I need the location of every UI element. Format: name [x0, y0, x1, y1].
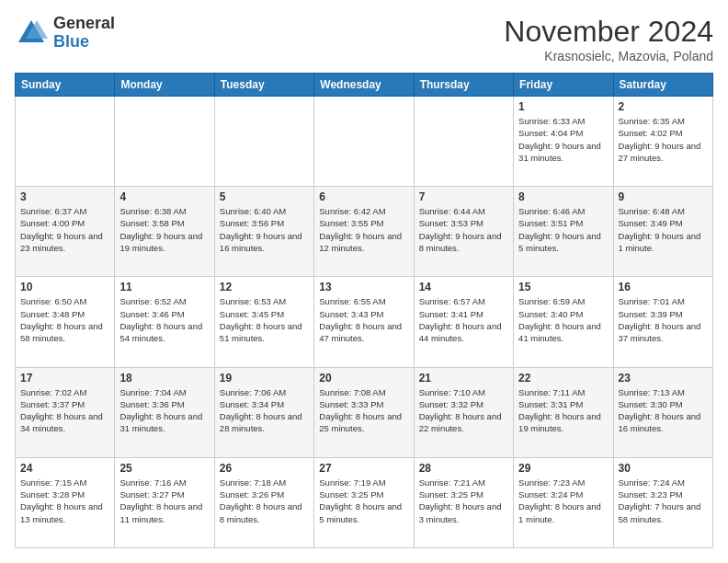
calendar-cell: 1Sunrise: 6:33 AM Sunset: 4:04 PM Daylig… — [514, 97, 613, 187]
calendar-cell: 18Sunrise: 7:04 AM Sunset: 3:36 PM Dayli… — [115, 367, 214, 457]
calendar-cell: 11Sunrise: 6:52 AM Sunset: 3:46 PM Dayli… — [115, 277, 214, 367]
col-friday: Friday — [514, 74, 613, 97]
calendar-cell: 19Sunrise: 7:06 AM Sunset: 3:34 PM Dayli… — [214, 367, 313, 457]
day-number: 25 — [119, 462, 209, 475]
day-number: 16 — [619, 281, 708, 293]
day-info: Sunrise: 7:19 AM Sunset: 3:25 PM Dayligh… — [319, 477, 408, 525]
calendar-table: Sunday Monday Tuesday Wednesday Thursday… — [15, 73, 713, 548]
day-info: Sunrise: 7:23 AM Sunset: 3:24 PM Dayligh… — [518, 477, 608, 525]
calendar-cell: 15Sunrise: 6:59 AM Sunset: 3:40 PM Dayli… — [514, 277, 613, 367]
logo-icon — [15, 17, 48, 50]
day-number: 12 — [220, 281, 309, 293]
day-number: 10 — [20, 281, 109, 293]
day-info: Sunrise: 7:18 AM Sunset: 3:26 PM Dayligh… — [220, 477, 309, 525]
calendar-cell: 26Sunrise: 7:18 AM Sunset: 3:26 PM Dayli… — [214, 457, 313, 547]
day-info: Sunrise: 7:08 AM Sunset: 3:33 PM Dayligh… — [319, 386, 408, 435]
day-number: 22 — [518, 372, 608, 385]
day-info: Sunrise: 6:33 AM Sunset: 4:04 PM Dayligh… — [518, 115, 608, 164]
calendar-cell: 6Sunrise: 6:42 AM Sunset: 3:55 PM Daylig… — [314, 187, 414, 277]
calendar-cell — [16, 97, 115, 187]
day-number: 13 — [319, 281, 408, 293]
day-number: 18 — [119, 372, 209, 385]
calendar-cell: 20Sunrise: 7:08 AM Sunset: 3:33 PM Dayli… — [314, 367, 414, 457]
calendar-cell: 14Sunrise: 6:57 AM Sunset: 3:41 PM Dayli… — [414, 277, 513, 367]
calendar-cell: 3Sunrise: 6:37 AM Sunset: 4:00 PM Daylig… — [16, 187, 115, 277]
header-row: Sunday Monday Tuesday Wednesday Thursday… — [16, 74, 713, 97]
calendar-cell: 7Sunrise: 6:44 AM Sunset: 3:53 PM Daylig… — [414, 187, 513, 277]
day-info: Sunrise: 7:02 AM Sunset: 3:37 PM Dayligh… — [20, 386, 109, 435]
week-row-3: 17Sunrise: 7:02 AM Sunset: 3:37 PM Dayli… — [16, 367, 713, 457]
calendar-cell: 13Sunrise: 6:55 AM Sunset: 3:43 PM Dayli… — [314, 277, 414, 367]
logo: General Blue — [15, 15, 115, 52]
day-info: Sunrise: 6:44 AM Sunset: 3:53 PM Dayligh… — [419, 205, 508, 254]
header: General Blue November 2024 Krasnosielc, … — [15, 15, 713, 63]
col-monday: Monday — [115, 74, 214, 97]
day-info: Sunrise: 6:55 AM Sunset: 3:43 PM Dayligh… — [319, 295, 408, 344]
col-wednesday: Wednesday — [314, 74, 414, 97]
day-info: Sunrise: 6:40 AM Sunset: 3:56 PM Dayligh… — [220, 205, 309, 254]
day-number: 2 — [619, 100, 708, 113]
day-info: Sunrise: 6:53 AM Sunset: 3:45 PM Dayligh… — [220, 295, 309, 344]
day-info: Sunrise: 6:59 AM Sunset: 3:40 PM Dayligh… — [518, 295, 608, 344]
week-row-1: 3Sunrise: 6:37 AM Sunset: 4:00 PM Daylig… — [16, 187, 713, 277]
day-info: Sunrise: 6:52 AM Sunset: 3:46 PM Dayligh… — [119, 295, 209, 344]
day-info: Sunrise: 6:57 AM Sunset: 3:41 PM Dayligh… — [419, 295, 508, 344]
day-number: 6 — [319, 190, 408, 203]
calendar-cell: 10Sunrise: 6:50 AM Sunset: 3:48 PM Dayli… — [16, 277, 115, 367]
month-title: November 2024 — [504, 15, 713, 49]
location-subtitle: Krasnosielc, Mazovia, Poland — [504, 49, 713, 63]
col-tuesday: Tuesday — [214, 74, 313, 97]
calendar-cell: 5Sunrise: 6:40 AM Sunset: 3:56 PM Daylig… — [214, 187, 313, 277]
day-number: 21 — [419, 372, 508, 385]
day-info: Sunrise: 6:48 AM Sunset: 3:49 PM Dayligh… — [619, 205, 708, 254]
day-number: 28 — [419, 462, 508, 475]
day-info: Sunrise: 7:11 AM Sunset: 3:31 PM Dayligh… — [518, 386, 608, 435]
calendar-cell: 25Sunrise: 7:16 AM Sunset: 3:27 PM Dayli… — [115, 457, 214, 547]
calendar-cell: 4Sunrise: 6:38 AM Sunset: 3:58 PM Daylig… — [115, 187, 214, 277]
day-number: 19 — [220, 372, 309, 385]
day-number: 30 — [619, 462, 708, 475]
title-block: November 2024 Krasnosielc, Mazovia, Pola… — [504, 15, 713, 63]
col-saturday: Saturday — [613, 74, 712, 97]
calendar-cell — [115, 97, 214, 187]
day-info: Sunrise: 6:37 AM Sunset: 4:00 PM Dayligh… — [20, 205, 109, 254]
day-info: Sunrise: 7:10 AM Sunset: 3:32 PM Dayligh… — [419, 386, 508, 435]
calendar-body: 1Sunrise: 6:33 AM Sunset: 4:04 PM Daylig… — [16, 97, 713, 548]
calendar-cell: 21Sunrise: 7:10 AM Sunset: 3:32 PM Dayli… — [414, 367, 513, 457]
day-number: 3 — [20, 190, 109, 203]
calendar-cell: 27Sunrise: 7:19 AM Sunset: 3:25 PM Dayli… — [314, 457, 414, 547]
day-number: 20 — [319, 372, 408, 385]
day-info: Sunrise: 7:21 AM Sunset: 3:25 PM Dayligh… — [419, 477, 508, 525]
calendar-cell: 2Sunrise: 6:35 AM Sunset: 4:02 PM Daylig… — [613, 97, 712, 187]
calendar-cell: 29Sunrise: 7:23 AM Sunset: 3:24 PM Dayli… — [514, 457, 613, 547]
day-info: Sunrise: 7:16 AM Sunset: 3:27 PM Dayligh… — [119, 477, 209, 525]
day-info: Sunrise: 7:24 AM Sunset: 3:23 PM Dayligh… — [619, 477, 708, 525]
day-info: Sunrise: 7:15 AM Sunset: 3:28 PM Dayligh… — [20, 477, 109, 525]
day-number: 11 — [119, 281, 209, 293]
day-info: Sunrise: 6:35 AM Sunset: 4:02 PM Dayligh… — [619, 115, 708, 164]
logo-general: General — [53, 15, 115, 33]
day-number: 26 — [220, 462, 309, 475]
calendar-cell: 24Sunrise: 7:15 AM Sunset: 3:28 PM Dayli… — [16, 457, 115, 547]
day-number: 29 — [518, 462, 608, 475]
day-number: 24 — [20, 462, 109, 475]
day-number: 23 — [619, 372, 708, 385]
calendar-cell: 30Sunrise: 7:24 AM Sunset: 3:23 PM Dayli… — [613, 457, 712, 547]
calendar-header: Sunday Monday Tuesday Wednesday Thursday… — [16, 74, 713, 97]
calendar-cell: 23Sunrise: 7:13 AM Sunset: 3:30 PM Dayli… — [613, 367, 712, 457]
day-number: 7 — [419, 190, 508, 203]
day-number: 8 — [518, 190, 608, 203]
week-row-4: 24Sunrise: 7:15 AM Sunset: 3:28 PM Dayli… — [16, 457, 713, 547]
calendar-cell — [214, 97, 313, 187]
day-number: 14 — [419, 281, 508, 293]
col-sunday: Sunday — [16, 74, 115, 97]
day-info: Sunrise: 6:46 AM Sunset: 3:51 PM Dayligh… — [518, 205, 608, 254]
day-info: Sunrise: 7:13 AM Sunset: 3:30 PM Dayligh… — [619, 386, 708, 435]
col-thursday: Thursday — [414, 74, 513, 97]
calendar-cell: 22Sunrise: 7:11 AM Sunset: 3:31 PM Dayli… — [514, 367, 613, 457]
day-number: 5 — [220, 190, 309, 203]
day-info: Sunrise: 7:06 AM Sunset: 3:34 PM Dayligh… — [220, 386, 309, 435]
logo-blue: Blue — [53, 33, 115, 52]
calendar-cell: 8Sunrise: 6:46 AM Sunset: 3:51 PM Daylig… — [514, 187, 613, 277]
logo-text: General Blue — [53, 15, 115, 52]
